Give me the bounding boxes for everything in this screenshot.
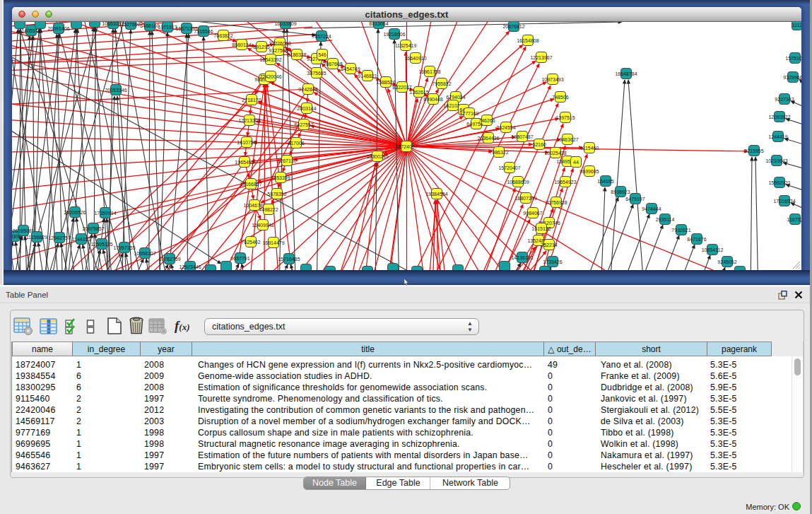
svg-text:8186328: 8186328 (287, 52, 306, 57)
svg-text:1397515: 1397515 (555, 115, 575, 120)
svg-text:748506: 748506 (552, 95, 568, 100)
svg-text:116753: 116753 (787, 217, 801, 222)
svg-text:7986322: 7986322 (489, 150, 508, 155)
svg-text:16409948: 16409948 (252, 223, 273, 228)
svg-text:12213967: 12213967 (530, 55, 552, 60)
svg-text:9474444: 9474444 (642, 206, 661, 211)
svg-text:1353359: 1353359 (271, 175, 290, 180)
svg-text:15592921: 15592921 (768, 180, 790, 185)
svg-text:746266: 746266 (478, 118, 495, 123)
svg-text:5878352: 5878352 (267, 192, 286, 197)
svg-text:1965493: 1965493 (235, 160, 254, 165)
svg-text:6479197: 6479197 (625, 197, 645, 201)
svg-text:9242848: 9242848 (298, 87, 317, 92)
svg-text:9699695: 9699695 (579, 169, 599, 174)
svg-text:18724007: 18724007 (395, 144, 417, 149)
svg-text:4498222: 4498222 (259, 207, 278, 212)
svg-text:9657791: 9657791 (230, 256, 249, 261)
svg-text:12093822: 12093822 (768, 115, 790, 119)
svg-text:6466160: 6466160 (140, 23, 159, 28)
svg-text:9084067: 9084067 (523, 211, 542, 216)
svg-text:10025438: 10025438 (544, 151, 566, 156)
svg-text:8267130: 8267130 (277, 158, 296, 163)
svg-text:20206526: 20206526 (64, 210, 86, 215)
svg-text:9777169: 9777169 (459, 111, 478, 116)
svg-text:18300295: 18300295 (366, 154, 388, 159)
svg-text:1588520: 1588520 (376, 80, 395, 85)
svg-text:9115460: 9115460 (580, 146, 599, 151)
svg-text:20756928: 20756928 (545, 200, 567, 205)
svg-text:19654923: 19654923 (554, 180, 576, 185)
svg-text:8454749: 8454749 (341, 66, 360, 71)
svg-text:9329966: 9329966 (783, 75, 801, 80)
svg-text:20364436: 20364436 (477, 136, 499, 141)
svg-text:18807249: 18807249 (514, 196, 536, 201)
svg-text:16543392: 16543392 (259, 57, 281, 62)
svg-text:10782759: 10782759 (158, 257, 180, 262)
svg-text:10463627: 10463627 (556, 137, 578, 142)
svg-text:12505135: 12505135 (90, 242, 112, 247)
svg-text:8813054: 8813054 (369, 22, 388, 26)
svg-text:8660124: 8660124 (232, 42, 251, 47)
svg-text:8471676: 8471676 (687, 237, 706, 242)
svg-text:44: 44 (573, 160, 579, 165)
svg-text:17957255: 17957255 (113, 245, 135, 250)
svg-text:62160: 62160 (532, 142, 546, 147)
svg-text:20975857: 20975857 (82, 226, 104, 231)
svg-text:12213303: 12213303 (238, 118, 260, 123)
svg-text:9227343: 9227343 (775, 97, 794, 102)
svg-text:15716485: 15716485 (278, 257, 300, 262)
svg-text:8990448: 8990448 (423, 97, 442, 102)
svg-text:16961758: 16961758 (418, 69, 440, 74)
svg-text:817006: 817006 (288, 141, 304, 146)
svg-text:20053346: 20053346 (105, 88, 126, 93)
svg-text:11325419: 11325419 (395, 43, 417, 48)
svg-text:10688609: 10688609 (507, 180, 529, 185)
svg-text:3624554: 3624554 (496, 125, 515, 130)
svg-text:16648784: 16648784 (615, 71, 637, 76)
svg-text:17359914: 17359914 (94, 211, 116, 216)
svg-text:17016534: 17016534 (773, 199, 795, 204)
svg-text:1527602: 1527602 (121, 22, 140, 27)
svg-text:3215955: 3215955 (744, 148, 763, 153)
svg-text:15720407: 15720407 (498, 165, 520, 170)
svg-text:10958107: 10958107 (134, 251, 155, 256)
svg-text:9146821: 9146821 (358, 74, 377, 78)
svg-text:546: 546 (318, 52, 326, 57)
svg-text:1615132: 1615132 (531, 226, 551, 231)
svg-text:1144313: 1144313 (72, 237, 91, 242)
svg-text:9245052: 9245052 (717, 259, 736, 264)
svg-text:20876812: 20876812 (502, 24, 524, 29)
svg-text:7515546: 7515546 (194, 29, 213, 34)
svg-text:16033809: 16033809 (274, 22, 296, 26)
svg-text:16640910: 16640910 (404, 56, 426, 61)
svg-text:891295: 891295 (253, 45, 269, 49)
svg-text:16914479: 16914479 (262, 240, 284, 245)
svg-text:14136141: 14136141 (511, 255, 533, 260)
svg-text:9327506: 9327506 (269, 48, 288, 53)
svg-text:20091406: 20091406 (47, 26, 69, 31)
svg-text:22420046: 22420046 (259, 74, 281, 79)
svg-text:1071913: 1071913 (158, 25, 177, 30)
svg-text:7625402: 7625402 (241, 240, 260, 245)
svg-text:2718170: 2718170 (242, 98, 261, 103)
svg-text:7932621: 7932621 (671, 228, 690, 233)
svg-text:1244419: 1244419 (768, 134, 787, 139)
svg-text:1610755: 1610755 (237, 140, 256, 145)
svg-text:1362615: 1362615 (409, 90, 428, 95)
svg-text:2867608: 2867608 (323, 62, 342, 66)
svg-text:12923446: 12923446 (179, 264, 201, 269)
svg-text:7955812: 7955812 (432, 81, 451, 86)
svg-text:7857224: 7857224 (312, 34, 331, 39)
svg-text:1112: 1112 (792, 23, 801, 28)
svg-text:8427552: 8427552 (294, 122, 313, 127)
svg-text:10210643: 10210643 (765, 158, 787, 163)
svg-text:3875685: 3875685 (307, 71, 326, 76)
svg-text:164095: 164095 (597, 179, 613, 184)
svg-text:26185081: 26185081 (12, 228, 34, 233)
svg-text:7663822: 7663822 (213, 33, 233, 38)
svg-text:19166827: 19166827 (240, 182, 261, 187)
svg-text:10807487: 10807487 (511, 134, 533, 139)
svg-text:19218506: 19218506 (383, 32, 405, 37)
svg-text:6794024: 6794024 (446, 95, 465, 100)
